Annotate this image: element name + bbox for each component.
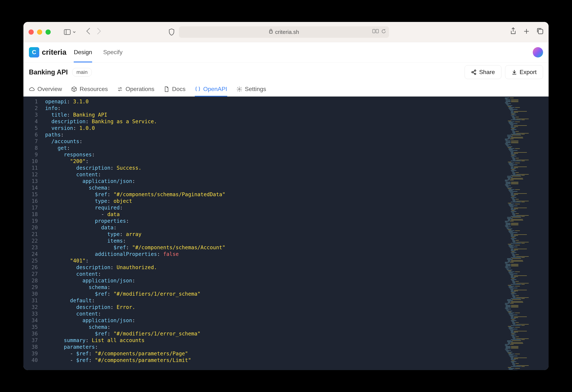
code-line[interactable]: $ref: "#/components/schemas/Account" [45,244,503,251]
lock-icon [269,29,273,35]
back-button[interactable] [86,28,91,36]
subtab-settings[interactable]: Settings [237,82,266,96]
chevron-down-icon[interactable] [72,28,77,36]
code-line[interactable]: description: Unauthorized. [45,264,503,271]
tab-design[interactable]: Design [74,42,92,62]
line-number: 33 [23,311,42,317]
line-number: 29 [23,284,42,291]
line-number: 25 [23,258,42,264]
line-number: 21 [23,231,42,238]
sub-tabs: Overview Resources Operations Docs OpenA… [23,82,549,96]
line-number: 32 [23,304,42,311]
code-line[interactable]: schema: [45,284,503,291]
branch-pill[interactable]: main [72,68,92,77]
code-line[interactable]: paths: [45,131,503,138]
code-line[interactable]: - $ref: "#/components/parameters/Limit" [45,357,503,364]
code-line[interactable]: schema: [45,185,503,191]
avatar[interactable] [533,47,543,58]
line-number-gutter: 1234567891011121314151617181920212223242… [23,96,42,370]
tab-specify[interactable]: Specify [103,42,123,62]
code-line[interactable]: application/json: [45,178,503,185]
code-line[interactable]: items: [45,238,503,244]
line-number: 1 [23,98,42,105]
share-button[interactable]: Share [465,65,501,79]
code-line[interactable]: content: [45,171,503,178]
file-icon [164,86,170,92]
line-number: 30 [23,291,42,297]
subtab-resources[interactable]: Resources [71,82,108,96]
subtab-overview[interactable]: Overview [29,82,62,96]
forward-button[interactable] [96,28,102,36]
svg-rect-2 [270,31,272,33]
line-number: 26 [23,264,42,271]
code-line[interactable]: content: [45,311,503,317]
line-number: 36 [23,330,42,337]
code-line[interactable]: content: [45,271,503,277]
browser-toolbar: criteria.sh [23,22,549,42]
code-line[interactable]: $ref: "#/modifiers/1/error_schema" [45,330,503,337]
code-line[interactable]: additionalProperties: false [45,251,503,258]
code-line[interactable]: properties: [45,218,503,224]
download-icon [511,69,517,75]
line-number: 19 [23,218,42,224]
code-line[interactable]: - data [45,211,503,218]
code-line[interactable]: type: array [45,231,503,238]
code-line[interactable]: - $ref: "#/components/parameters/Page" [45,350,503,357]
line-number: 12 [23,171,42,178]
code-line[interactable]: responses: [45,151,503,158]
code-line[interactable]: description: Success. [45,165,503,171]
code-line[interactable]: /accounts: [45,138,503,145]
svg-rect-0 [64,30,70,34]
line-number: 31 [23,297,42,304]
code-line[interactable]: default: [45,297,503,304]
code-line[interactable]: version: 1.0.0 [45,125,503,131]
code-line[interactable]: data: [45,224,503,231]
line-number: 5 [23,125,42,131]
line-number: 38 [23,344,42,350]
line-number: 20 [23,224,42,231]
window-controls [29,30,51,35]
code-line[interactable]: "200": [45,158,503,165]
code-line[interactable]: parameters: [45,344,503,350]
code-line[interactable]: info: [45,105,503,112]
close-window-button[interactable] [29,30,34,35]
tabs-overview-icon[interactable] [537,28,543,36]
line-number: 7 [23,138,42,145]
code-line[interactable]: openapi: 3.1.0 [45,98,503,105]
code-line[interactable]: application/json: [45,277,503,284]
code-line[interactable]: application/json: [45,317,503,324]
code-line[interactable]: $ref: "#/modifiers/1/error_schema" [45,291,503,297]
maximize-window-button[interactable] [46,30,51,35]
code-line[interactable]: get: [45,145,503,151]
minimize-window-button[interactable] [37,30,42,35]
code-line[interactable]: type: object [45,198,503,204]
reader-icon[interactable] [372,29,379,35]
share-icon[interactable] [510,28,516,36]
code-line[interactable]: required: [45,204,503,211]
svg-point-13 [239,88,240,90]
new-tab-icon[interactable] [524,28,529,36]
minimap[interactable] [503,96,549,370]
subtab-operations[interactable]: Operations [117,82,154,96]
code-line[interactable]: schema: [45,324,503,330]
code-line[interactable]: description: Banking as a Service. [45,118,503,125]
url-bar[interactable]: criteria.sh [179,26,389,38]
code-editor[interactable]: 1234567891011121314151617181920212223242… [23,96,549,370]
code-line[interactable]: description: Error. [45,304,503,311]
code-line[interactable]: title: Banking API [45,112,503,118]
svg-rect-4 [376,29,378,33]
reload-icon[interactable] [381,29,386,35]
subtab-docs[interactable]: Docs [164,82,186,96]
subtab-openapi[interactable]: OpenAPI [195,82,227,96]
line-number: 11 [23,165,42,171]
code-pane[interactable]: openapi: 3.1.0info: title: Banking API d… [42,96,503,370]
code-line[interactable]: "401": [45,258,503,264]
sidebar-toggle-icon[interactable] [64,28,71,36]
line-number: 15 [23,191,42,198]
export-button[interactable]: Export [505,65,543,79]
share-nodes-icon [471,69,477,75]
logo[interactable]: C criteria [29,47,66,58]
shield-icon[interactable] [168,28,175,36]
code-line[interactable]: summary: List all accounts [45,337,503,344]
code-line[interactable]: $ref: "#/components/schemas/PaginatedDat… [45,191,503,198]
